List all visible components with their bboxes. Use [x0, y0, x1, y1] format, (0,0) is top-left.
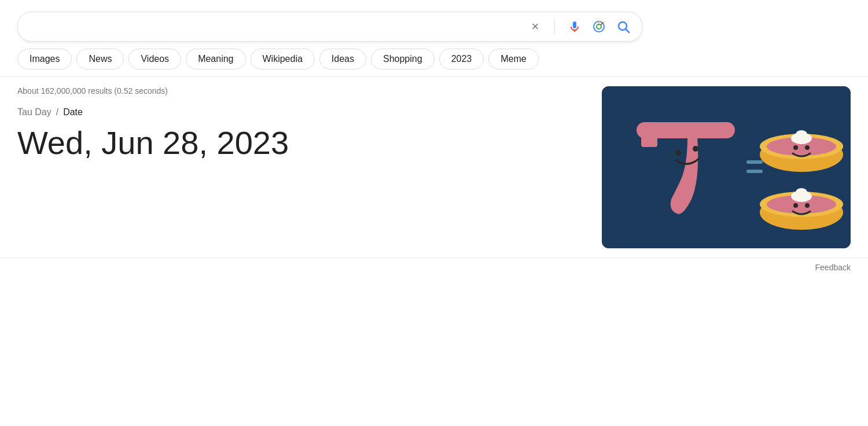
clear-icon: × — [529, 20, 542, 33]
svg-point-25 — [793, 203, 798, 208]
tau-day-image[interactable] — [602, 86, 851, 248]
lens-icon — [592, 20, 606, 34]
feedback-row: Feedback — [0, 258, 868, 279]
svg-rect-11 — [746, 160, 763, 164]
microphone-button[interactable] — [565, 17, 584, 36]
chip-news[interactable]: News — [76, 49, 124, 69]
search-button[interactable] — [614, 17, 632, 36]
svg-point-9 — [675, 150, 681, 156]
svg-rect-12 — [746, 170, 763, 173]
lens-button[interactable] — [590, 17, 608, 36]
results-left: About 162,000,000 results (0.52 seconds)… — [17, 86, 579, 162]
results-container: About 162,000,000 results (0.52 seconds)… — [0, 77, 868, 258]
search-bar-container: tau day × — [0, 0, 868, 42]
tau-illustration-svg — [602, 86, 851, 248]
chip-2023[interactable]: 2023 — [439, 49, 484, 69]
svg-point-26 — [805, 203, 810, 208]
breadcrumb-separator: / — [56, 107, 58, 117]
chip-videos[interactable]: Videos — [128, 49, 181, 69]
svg-rect-8 — [641, 135, 657, 147]
clear-button[interactable]: × — [527, 18, 544, 35]
chip-meaning[interactable]: Meaning — [186, 49, 245, 69]
svg-point-24 — [796, 188, 807, 196]
chip-wikipedia[interactable]: Wikipedia — [251, 49, 315, 69]
search-magnifier-icon — [616, 20, 630, 34]
svg-line-2 — [601, 23, 604, 25]
filter-chips: Images News Videos Meaning Wikipedia Ide… — [0, 42, 868, 76]
svg-point-18 — [793, 145, 798, 150]
search-divider — [554, 19, 555, 35]
chip-ideas[interactable]: Ideas — [319, 49, 366, 69]
feedback-link[interactable]: Feedback — [815, 263, 851, 272]
svg-point-10 — [693, 146, 698, 152]
results-count: About 162,000,000 results (0.52 seconds) — [17, 86, 579, 96]
search-input[interactable]: tau day — [27, 20, 521, 34]
svg-line-5 — [626, 30, 630, 33]
chip-shopping[interactable]: Shopping — [371, 49, 435, 69]
microphone-icon — [568, 20, 582, 34]
breadcrumb: Tau Day / Date — [17, 107, 579, 117]
breadcrumb-link[interactable]: Tau Day — [17, 107, 52, 117]
breadcrumb-current: Date — [63, 107, 83, 117]
chip-meme[interactable]: Meme — [488, 49, 538, 69]
svg-point-17 — [796, 130, 807, 138]
chip-images[interactable]: Images — [17, 49, 72, 69]
search-box: tau day × — [17, 12, 642, 42]
image-panel — [602, 86, 851, 248]
svg-point-19 — [805, 145, 810, 150]
date-result: Wed, Jun 28, 2023 — [17, 123, 579, 162]
